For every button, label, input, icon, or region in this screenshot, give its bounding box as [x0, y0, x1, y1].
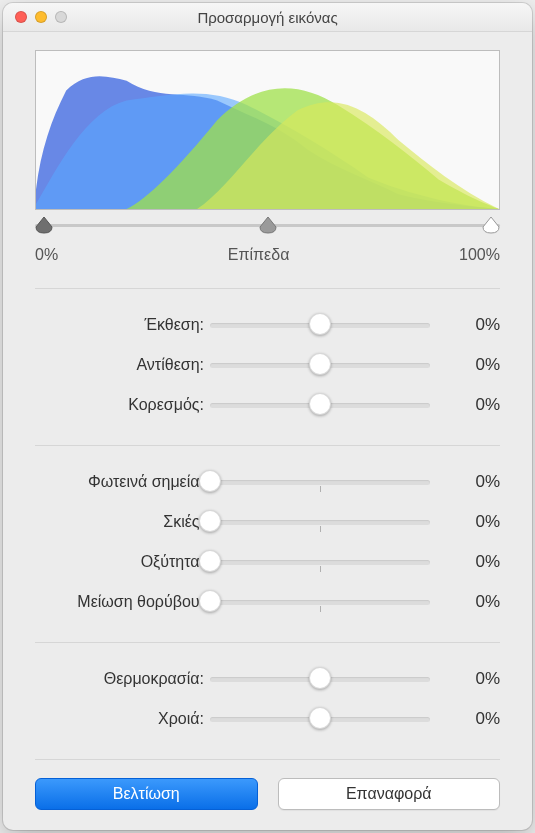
adjustment-row: Σκιές:0% — [35, 502, 500, 542]
adjustment-slider[interactable] — [210, 590, 430, 614]
slider-thumb[interactable] — [309, 707, 331, 729]
levels-mid-handle[interactable] — [258, 215, 278, 235]
slider-thumb[interactable] — [309, 667, 331, 689]
adjustment-row: Κορεσμός:0% — [35, 385, 500, 425]
adjustment-group: Θερμοκρασία:0%Χροιά:0% — [35, 642, 500, 739]
footer: Βελτίωση Επαναφορά — [35, 759, 500, 810]
levels-min-label: 0% — [35, 246, 58, 264]
adjustment-label: Χροιά: — [35, 710, 210, 728]
slider-thumb[interactable] — [199, 550, 221, 572]
adjustment-slider[interactable] — [210, 667, 430, 691]
adjustment-label: Οξύτητα: — [35, 553, 210, 571]
adjustment-value: 0% — [430, 512, 500, 532]
adjustment-label: Θερμοκρασία: — [35, 670, 210, 688]
adjustment-value: 0% — [430, 592, 500, 612]
adjustment-row: Θερμοκρασία:0% — [35, 659, 500, 699]
slider-track — [210, 717, 430, 722]
adjustment-row: Μείωση θορύβου:0% — [35, 582, 500, 622]
image-adjustment-window: Προσαρμογή εικόνας 0% Επίπεδ — [3, 3, 532, 830]
adjustment-slider[interactable] — [210, 707, 430, 731]
levels-labels: 0% Επίπεδα 100% — [35, 246, 500, 264]
adjustment-label: Σκιές: — [35, 513, 210, 531]
adjustment-group: Έκθεση:0%Αντίθεση:0%Κορεσμός:0% — [35, 288, 500, 425]
levels-title-label: Επίπεδα — [228, 246, 290, 264]
adjustment-slider[interactable] — [210, 550, 430, 574]
adjustment-value: 0% — [430, 355, 500, 375]
slider-tick — [320, 486, 321, 492]
adjustment-value: 0% — [430, 669, 500, 689]
adjustment-row: Αντίθεση:0% — [35, 345, 500, 385]
slider-track — [210, 600, 430, 605]
adjustment-group: Φωτεινά σημεία:0%Σκιές:0%Οξύτητα:0%Μείωσ… — [35, 445, 500, 622]
titlebar: Προσαρμογή εικόνας — [3, 3, 532, 32]
histogram — [35, 50, 500, 210]
adjustment-row: Οξύτητα:0% — [35, 542, 500, 582]
slider-tick — [320, 606, 321, 612]
adjustment-value: 0% — [430, 709, 500, 729]
adjustment-row: Χροιά:0% — [35, 699, 500, 739]
slider-thumb[interactable] — [199, 470, 221, 492]
enhance-button[interactable]: Βελτίωση — [35, 778, 258, 810]
content: 0% Επίπεδα 100% Έκθεση:0%Αντίθεση:0%Κορε… — [3, 32, 532, 830]
slider-track — [210, 480, 430, 485]
adjustment-slider[interactable] — [210, 313, 430, 337]
slider-tick — [320, 526, 321, 532]
slider-track — [210, 403, 430, 408]
adjustment-value: 0% — [430, 472, 500, 492]
slider-tick — [320, 566, 321, 572]
slider-thumb[interactable] — [199, 510, 221, 532]
adjustment-value: 0% — [430, 395, 500, 415]
adjustment-value: 0% — [430, 552, 500, 572]
adjustment-label: Φωτεινά σημεία: — [35, 473, 210, 491]
slider-track — [210, 520, 430, 525]
adjustment-label: Αντίθεση: — [35, 356, 210, 374]
adjustment-slider[interactable] — [210, 353, 430, 377]
slider-thumb[interactable] — [309, 353, 331, 375]
reset-button[interactable]: Επαναφορά — [278, 778, 501, 810]
window-title: Προσαρμογή εικόνας — [3, 9, 532, 26]
adjustment-slider[interactable] — [210, 393, 430, 417]
levels-white-handle[interactable] — [481, 215, 501, 235]
adjustment-label: Έκθεση: — [35, 316, 210, 334]
slider-track — [210, 677, 430, 682]
slider-thumb[interactable] — [309, 313, 331, 335]
levels-black-handle[interactable] — [34, 215, 54, 235]
adjustment-label: Κορεσμός: — [35, 396, 210, 414]
levels-max-label: 100% — [459, 246, 500, 264]
adjustment-value: 0% — [430, 315, 500, 335]
adjustment-row: Φωτεινά σημεία:0% — [35, 462, 500, 502]
levels-slider[interactable] — [35, 214, 500, 244]
slider-track — [210, 323, 430, 328]
slider-thumb[interactable] — [309, 393, 331, 415]
slider-track — [210, 363, 430, 368]
slider-thumb[interactable] — [199, 590, 221, 612]
adjustment-label: Μείωση θορύβου: — [35, 593, 210, 611]
adjustment-slider[interactable] — [210, 470, 430, 494]
slider-track — [210, 560, 430, 565]
adjustment-row: Έκθεση:0% — [35, 305, 500, 345]
adjustment-slider[interactable] — [210, 510, 430, 534]
